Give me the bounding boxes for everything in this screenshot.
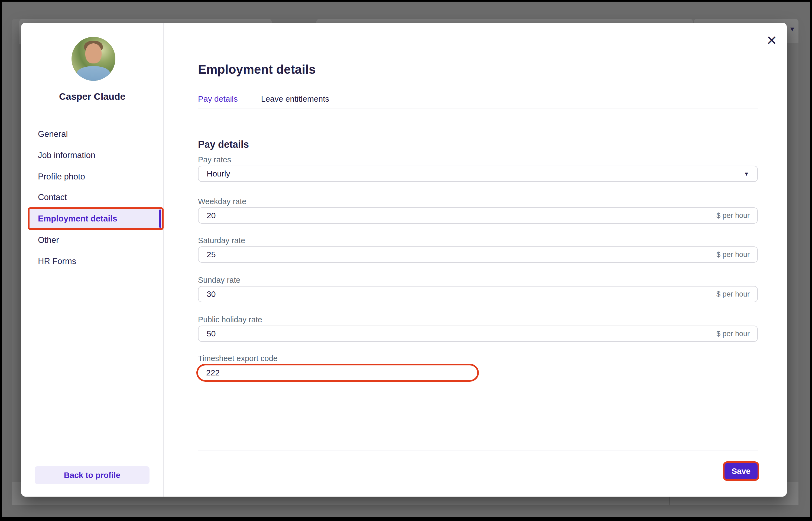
employee-details-modal: Casper Claude General Job information Pr… xyxy=(21,23,787,497)
unit-suffix: $ per hour xyxy=(716,208,750,223)
public-holiday-rate-input[interactable] xyxy=(198,326,757,341)
saturday-rate-field: $ per hour xyxy=(198,246,758,263)
employment-details-panel: ✕ Employment details Pay details Leave e… xyxy=(164,23,787,497)
pay-rates-label: Pay rates xyxy=(198,155,231,164)
user-name: Casper Claude xyxy=(21,91,163,102)
weekday-rate-label: Weekday rate xyxy=(198,197,246,206)
weekday-rate-input[interactable] xyxy=(198,208,757,223)
timesheet-export-code-label: Timesheet export code xyxy=(198,354,278,363)
page-title: Employment details xyxy=(198,62,316,77)
tab-divider xyxy=(198,108,758,108)
sidebar-item-profile-photo[interactable]: Profile photo xyxy=(21,172,163,182)
timesheet-export-code-field-highlighted xyxy=(196,364,479,382)
sidebar-item-contact[interactable]: Contact xyxy=(21,192,163,202)
weekday-rate-field: $ per hour xyxy=(198,207,758,224)
tab-pay-details[interactable]: Pay details xyxy=(198,93,238,105)
screenshot-root: ▾ Casper Claude General Job information … xyxy=(0,0,812,521)
active-item-indicator xyxy=(159,209,161,228)
tab-bar: Pay details Leave entitlements xyxy=(198,93,329,105)
avatar xyxy=(72,37,115,81)
sidebar-item-other[interactable]: Other xyxy=(21,235,163,245)
profile-sidebar: Casper Claude General Job information Pr… xyxy=(21,23,164,497)
avatar-shirt xyxy=(77,66,110,81)
timesheet-export-code-input[interactable] xyxy=(198,365,477,380)
unit-suffix: $ per hour xyxy=(716,247,750,262)
sidebar-item-label: Employment details xyxy=(29,214,117,224)
save-button[interactable]: Save xyxy=(723,461,759,481)
unit-suffix: $ per hour xyxy=(716,326,750,341)
chevron-down-icon: ▾ xyxy=(790,25,794,33)
sidebar-item-job-information[interactable]: Job information xyxy=(21,151,163,160)
public-holiday-rate-label: Public holiday rate xyxy=(198,315,262,324)
avatar-face xyxy=(85,43,101,63)
pay-rates-select[interactable]: Hourly ▾ xyxy=(198,166,758,182)
tab-leave-entitlements[interactable]: Leave entitlements xyxy=(261,93,329,105)
sunday-rate-field: $ per hour xyxy=(198,286,758,302)
pay-rates-value: Hourly xyxy=(207,166,230,181)
saturday-rate-label: Saturday rate xyxy=(198,236,245,245)
back-to-profile-button[interactable]: Back to profile xyxy=(35,466,149,484)
content-divider xyxy=(198,398,758,398)
public-holiday-rate-field: $ per hour xyxy=(198,325,758,342)
sunday-rate-label: Sunday rate xyxy=(198,276,240,285)
sidebar-item-hr-forms[interactable]: HR Forms xyxy=(21,256,163,266)
unit-suffix: $ per hour xyxy=(716,287,750,302)
saturday-rate-input[interactable] xyxy=(198,247,757,262)
close-icon[interactable]: ✕ xyxy=(763,32,780,49)
sidebar-item-employment-details[interactable]: Employment details xyxy=(28,207,164,230)
footer-divider xyxy=(198,451,758,451)
chevron-down-icon: ▾ xyxy=(745,171,748,177)
sidebar-item-general[interactable]: General xyxy=(21,129,163,139)
sunday-rate-input[interactable] xyxy=(198,287,757,302)
section-title: Pay details xyxy=(198,139,249,150)
